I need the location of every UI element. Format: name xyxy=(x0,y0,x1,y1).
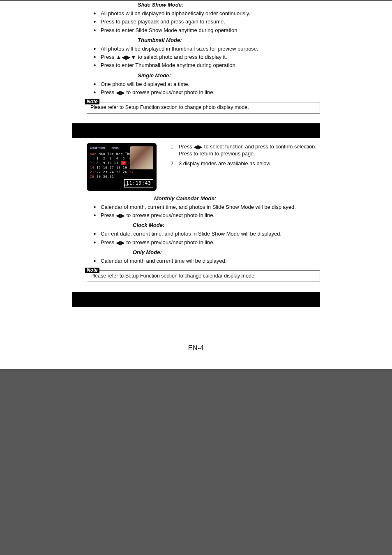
arrow-lr-icon: ◀▶ xyxy=(194,143,203,150)
note-tag: Note xyxy=(85,99,99,104)
mode-label-slideshow: Slide Show Mode: xyxy=(138,1,320,9)
note-text: Please refer to Setup Function section t… xyxy=(87,102,320,113)
section-heading-calendar xyxy=(72,123,320,138)
bullet-item: Press ◀▶ to browse previous/next photo i… xyxy=(93,89,320,96)
bullet-item: All photos will be displayed in thumbnai… xyxy=(93,45,320,53)
page-content: Slide Show Mode: All photos will be disp… xyxy=(0,1,392,369)
bullet-item: Calendar of month, current time, and pho… xyxy=(93,204,320,211)
device-preview: December 2008 Sun Mon Tue Wed Thu Fri Sa… xyxy=(87,143,157,191)
calendar-modes: Monthly Calendar Mode: Calendar of month… xyxy=(72,195,320,265)
section-heading-lower xyxy=(72,292,320,307)
bullet-item: Calendar of month and current time will … xyxy=(93,257,320,265)
step-item: 3 display modes are available as below: xyxy=(176,160,320,167)
bullet-item: Press to pause playback and press again … xyxy=(93,18,320,25)
bullet-item: Press ▲◀▶▼ to select photo and press to … xyxy=(93,53,320,61)
arrow-lr-icon: ◀▶ xyxy=(116,89,125,96)
arrow-udlr-icon: ▲◀▶▼ xyxy=(116,54,136,60)
note-box: Note Please refer to Setup Function sect… xyxy=(87,271,320,282)
mode-label-only: Only Mode: xyxy=(133,249,320,256)
calendar-year: 2008 xyxy=(111,146,119,150)
note-text: Please refer to Setup Function section t… xyxy=(87,271,320,282)
page: Slide Show Mode: All photos will be disp… xyxy=(0,1,392,369)
mode-label-clock: Clock Mode: xyxy=(133,222,320,229)
bullet-item: Press to enter Slide Show Mode anytime d… xyxy=(93,27,320,34)
bullet-item: Current date, current time, and photos i… xyxy=(93,230,320,238)
arrow-lr-icon: ◀▶ xyxy=(116,212,125,219)
clock-display: 11:19:43 xyxy=(124,179,153,187)
photo-modes: Slide Show Mode: All photos will be disp… xyxy=(72,1,320,96)
note-box: Note Please refer to Setup Function sect… xyxy=(87,102,320,113)
bullet-list: All photos will be displayed in thumbnai… xyxy=(72,45,320,69)
bullet-item: Press to enter Thumbnail Mode anytime du… xyxy=(93,62,320,69)
instruction-steps: Press ◀▶ to select function and press to… xyxy=(165,143,320,170)
note-tag: Note xyxy=(85,268,99,273)
bullet-list: One photo will be displayed at a time. P… xyxy=(72,81,320,96)
page-number: EN-4 xyxy=(72,344,320,353)
arrow-lr-icon: ◀▶ xyxy=(116,239,125,246)
bullet-item: All photos will be displayed in alphabet… xyxy=(93,10,320,17)
bullet-item: One photo will be displayed at a time. xyxy=(93,81,320,88)
bullet-list: Calendar of month, current time, and pho… xyxy=(72,204,320,219)
bullet-item: Press ◀▶ to browse previous/next photo i… xyxy=(93,212,320,219)
mode-label-thumbnail: Thumbnail Mode: xyxy=(138,37,320,44)
mode-label-single: Single Mode: xyxy=(138,72,320,79)
calendar-intro-row: December 2008 Sun Mon Tue Wed Thu Fri Sa… xyxy=(72,143,320,191)
bullet-list: All photos will be displayed in alphabet… xyxy=(72,10,320,34)
mode-label-monthly: Monthly Calendar Mode: xyxy=(154,195,320,202)
bullet-list: Calendar of month and current time will … xyxy=(72,257,320,265)
bullet-list: Current date, current time, and photos i… xyxy=(72,230,320,246)
photo-thumbnail xyxy=(130,146,153,169)
bullet-item: Press ◀▶ to browse previous/next photo i… xyxy=(93,239,320,246)
step-item: Press ◀▶ to select function and press to… xyxy=(176,143,320,158)
